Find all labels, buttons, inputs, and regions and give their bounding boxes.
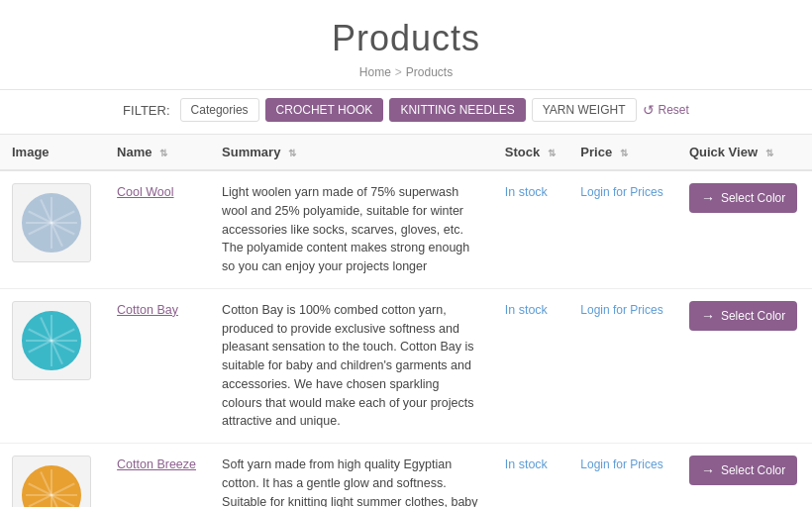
product-name-link-cool-wool[interactable]: Cool Wool — [117, 185, 173, 199]
price-sort-icon: ⇅ — [620, 148, 628, 158]
product-image-cell-cotton-breeze — [0, 444, 105, 508]
page-title: Products — [0, 18, 812, 59]
select-color-button-cool-wool[interactable]: →Select Color — [689, 183, 797, 213]
filter-row: FILTER: Categories CROCHET HOOK KNITTING… — [0, 98, 812, 122]
product-stock-cool-wool: In stock — [493, 170, 569, 288]
product-name-link-cotton-breeze[interactable]: Cotton Breeze — [117, 457, 196, 471]
select-color-arrow-icon: → — [701, 308, 715, 324]
col-price[interactable]: Price ⇅ — [568, 135, 677, 170]
table-row: Cool WoolLight woolen yarn made of 75% s… — [0, 170, 812, 288]
col-quickview[interactable]: Quick View ⇅ — [677, 135, 812, 170]
col-image: Image — [0, 135, 105, 170]
filter-label: FILTER: — [123, 103, 169, 118]
filter-btn-yarn-weight[interactable]: YARN WEIGHT — [532, 98, 637, 122]
product-summary-cool-wool: Light woolen yarn made of 75% superwash … — [210, 170, 493, 288]
product-summary-cotton-breeze: Soft yarn made from high quality Egyptia… — [210, 444, 493, 508]
product-quickview-cotton-breeze[interactable]: →Select Color — [677, 444, 812, 508]
col-summary[interactable]: Summary ⇅ — [210, 135, 493, 170]
table-header-row: Image Name ⇅ Summary ⇅ Stock ⇅ Price ⇅ — [0, 135, 812, 170]
product-price-cotton-bay: Login for Prices — [568, 288, 677, 443]
summary-sort-icon: ⇅ — [288, 148, 296, 158]
select-color-label: Select Color — [721, 463, 785, 477]
product-image-cotton-breeze — [12, 456, 91, 507]
product-name-cotton-bay[interactable]: Cotton Bay — [105, 288, 210, 443]
product-summary-cotton-bay: Cotton Bay is 100% combed cotton yarn, p… — [210, 288, 493, 443]
products-table: Image Name ⇅ Summary ⇅ Stock ⇅ Price ⇅ — [0, 135, 812, 507]
product-price-cotton-breeze: Login for Prices — [568, 444, 677, 508]
breadcrumb-separator: > — [395, 65, 402, 79]
select-color-arrow-icon: → — [701, 462, 715, 478]
table-row: Cotton BreezeSoft yarn made from high qu… — [0, 444, 812, 508]
product-name-cotton-breeze[interactable]: Cotton Breeze — [105, 444, 210, 508]
breadcrumb: Home > Products — [0, 65, 812, 79]
col-stock[interactable]: Stock ⇅ — [493, 135, 569, 170]
table-wrapper: Image Name ⇅ Summary ⇅ Stock ⇅ Price ⇅ — [0, 135, 812, 507]
product-image-cool-wool — [12, 183, 91, 262]
select-color-label: Select Color — [721, 191, 785, 205]
product-price-cool-wool: Login for Prices — [568, 170, 677, 288]
product-quickview-cotton-bay[interactable]: →Select Color — [677, 288, 812, 443]
breadcrumb-home[interactable]: Home — [359, 65, 391, 79]
reset-icon: ↺ — [643, 102, 655, 118]
page-header: Products Home > Products — [0, 0, 812, 90]
product-image-cotton-bay — [12, 301, 91, 380]
product-quickview-cool-wool[interactable]: →Select Color — [677, 170, 812, 288]
product-name-cool-wool[interactable]: Cool Wool — [105, 170, 210, 288]
filter-btn-crochet-hook[interactable]: CROCHET HOOK — [265, 98, 384, 122]
product-stock-cotton-bay: In stock — [493, 288, 569, 443]
reset-label: Reset — [659, 103, 689, 117]
filter-btn-knitting-needles[interactable]: KNITTING NEEDLES — [389, 98, 525, 122]
product-image-cell-cotton-bay — [0, 288, 105, 443]
quickview-sort-icon: ⇅ — [765, 148, 773, 158]
filter-section: FILTER: Categories CROCHET HOOK KNITTING… — [0, 90, 812, 135]
reset-button[interactable]: ↺ Reset — [643, 102, 689, 118]
select-color-button-cotton-bay[interactable]: →Select Color — [689, 301, 797, 331]
select-color-label: Select Color — [721, 309, 785, 323]
product-image-cell-cool-wool — [0, 170, 105, 288]
product-name-link-cotton-bay[interactable]: Cotton Bay — [117, 303, 178, 317]
product-stock-cotton-breeze: In stock — [493, 444, 569, 508]
stock-sort-icon: ⇅ — [548, 148, 556, 158]
filter-btn-categories[interactable]: Categories — [180, 98, 259, 122]
breadcrumb-current: Products — [406, 65, 453, 79]
name-sort-icon: ⇅ — [159, 148, 167, 158]
table-row: Cotton BayCotton Bay is 100% combed cott… — [0, 288, 812, 443]
select-color-button-cotton-breeze[interactable]: →Select Color — [689, 456, 797, 485]
select-color-arrow-icon: → — [701, 190, 715, 206]
col-name[interactable]: Name ⇅ — [105, 135, 210, 170]
